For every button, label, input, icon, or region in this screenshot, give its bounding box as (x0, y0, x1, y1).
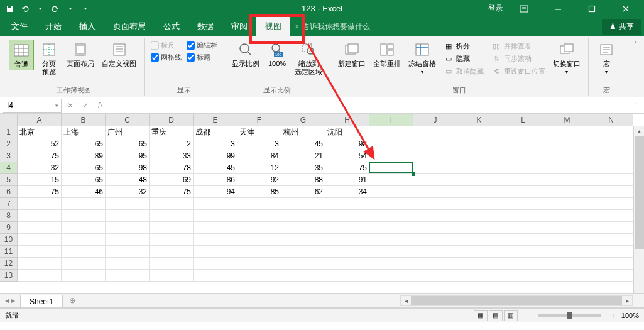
cell[interactable] (325, 222, 369, 234)
cell[interactable]: 34 (325, 186, 369, 198)
cell[interactable] (457, 138, 501, 150)
cell[interactable] (413, 258, 457, 270)
cell[interactable] (281, 270, 325, 282)
cell[interactable] (457, 126, 501, 138)
cell[interactable] (237, 234, 281, 246)
cell[interactable] (369, 234, 413, 246)
cell[interactable]: 86 (194, 174, 237, 186)
row-headers[interactable]: 12345678910111213 (0, 126, 18, 282)
cell[interactable]: 65 (106, 138, 150, 150)
cell[interactable] (413, 246, 457, 258)
zoom-out-button[interactable]: − (524, 312, 528, 319)
col-header[interactable]: I (369, 114, 413, 126)
zoom-slider[interactable] (538, 314, 601, 317)
cell[interactable] (325, 234, 369, 246)
cancel-icon[interactable]: ✕ (64, 99, 77, 112)
cell[interactable] (413, 174, 457, 186)
last-tab-icon[interactable]: ▸ (11, 296, 15, 305)
tab-formulas[interactable]: 公式 (155, 17, 188, 36)
cell[interactable] (545, 126, 589, 138)
custom-view-button[interactable]: 自定义视图 (99, 40, 139, 69)
col-header[interactable]: C (106, 114, 150, 126)
cell[interactable]: 45 (281, 138, 325, 150)
headings-checkbox[interactable]: 标题 (185, 52, 219, 63)
tab-file[interactable]: 文件 (3, 17, 36, 36)
cell[interactable]: 15 (18, 174, 62, 186)
cell[interactable] (589, 174, 633, 186)
page-break-shortcut[interactable]: ▥ (504, 310, 518, 321)
cell[interactable] (18, 234, 62, 246)
row-header[interactable]: 1 (0, 126, 18, 138)
cell[interactable] (237, 270, 281, 282)
cell[interactable]: 2 (150, 138, 194, 150)
cell[interactable] (281, 198, 325, 210)
cell[interactable]: 沈阳 (325, 126, 369, 138)
col-header[interactable]: E (194, 114, 237, 126)
cell[interactable]: 75 (150, 186, 194, 198)
undo-icon[interactable] (20, 4, 30, 14)
cell[interactable] (457, 174, 501, 186)
cell[interactable] (545, 162, 589, 174)
cell[interactable] (545, 258, 589, 270)
cell[interactable]: 33 (150, 150, 194, 162)
formula-input[interactable] (109, 99, 626, 113)
cell[interactable]: 78 (150, 162, 194, 174)
cell[interactable] (62, 270, 106, 282)
formula-bar-checkbox[interactable]: 编辑栏 (185, 40, 219, 52)
cell[interactable]: 32 (106, 186, 150, 198)
hide-button[interactable]: ▭隐藏 (441, 52, 486, 65)
cell[interactable] (325, 246, 369, 258)
col-header[interactable]: N (589, 114, 633, 126)
col-header[interactable]: J (413, 114, 457, 126)
first-tab-icon[interactable]: ◂ (5, 296, 9, 305)
cell[interactable] (369, 270, 413, 282)
maximize-icon[interactable] (579, 0, 605, 17)
login-button[interactable]: 登录 (488, 3, 503, 14)
cell[interactable] (150, 246, 194, 258)
cell[interactable] (457, 210, 501, 222)
tab-data[interactable]: 数据 (188, 17, 222, 36)
fx-icon[interactable]: fx (94, 99, 107, 112)
page-layout-shortcut[interactable]: ▤ (489, 310, 503, 321)
cell[interactable] (369, 126, 413, 138)
row-header[interactable]: 2 (0, 138, 18, 150)
cell[interactable]: 75 (325, 162, 369, 174)
zoom-button[interactable]: 显示比例 (229, 40, 262, 69)
save-icon[interactable] (5, 4, 15, 14)
cell[interactable] (18, 258, 62, 270)
fill-handle[interactable] (412, 172, 415, 176)
cell[interactable]: 85 (237, 186, 281, 198)
cell[interactable] (369, 162, 413, 174)
cell[interactable] (237, 246, 281, 258)
cell[interactable]: 45 (194, 162, 237, 174)
cell[interactable] (413, 150, 457, 162)
cell[interactable] (545, 186, 589, 198)
cell[interactable] (413, 126, 457, 138)
scroll-thumb[interactable] (411, 296, 622, 305)
cell[interactable] (413, 198, 457, 210)
cell[interactable] (106, 246, 150, 258)
row-header[interactable]: 13 (0, 270, 18, 282)
cell[interactable] (589, 138, 633, 150)
zoom-100-button[interactable]: 100 100% (265, 40, 290, 69)
redo-icon[interactable] (50, 4, 60, 14)
cell[interactable] (369, 258, 413, 270)
cell[interactable] (413, 234, 457, 246)
cell[interactable]: 48 (106, 174, 150, 186)
cell[interactable] (457, 198, 501, 210)
zoom-thumb[interactable] (567, 312, 572, 319)
cell[interactable] (369, 222, 413, 234)
cell[interactable] (413, 138, 457, 150)
cell[interactable] (281, 222, 325, 234)
cell[interactable]: 75 (18, 150, 62, 162)
cell[interactable]: 99 (194, 150, 237, 162)
cell[interactable]: 92 (237, 174, 281, 186)
cell[interactable] (501, 126, 545, 138)
cell[interactable] (194, 270, 237, 282)
cell[interactable] (62, 246, 106, 258)
cell[interactable] (589, 150, 633, 162)
cell[interactable] (237, 198, 281, 210)
normal-view-button[interactable]: 普通 (9, 40, 34, 70)
cell[interactable]: 重庆 (150, 126, 194, 138)
cell[interactable]: 69 (150, 174, 194, 186)
